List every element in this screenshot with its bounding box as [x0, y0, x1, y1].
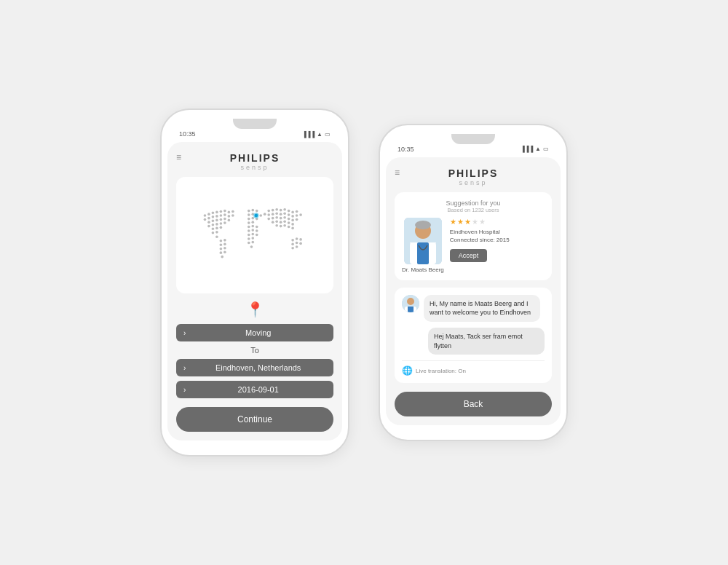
- svg-point-114: [255, 213, 258, 217]
- brand-sub-right: sensp: [459, 179, 487, 186]
- svg-point-77: [267, 213, 270, 216]
- screen-left: ≡ PHILIPS sensp: [167, 142, 342, 440]
- svg-point-33: [220, 239, 223, 242]
- svg-point-36: [223, 242, 226, 245]
- time-left: 10:35: [179, 130, 196, 138]
- svg-point-90: [283, 216, 286, 218]
- svg-point-75: [291, 210, 294, 213]
- svg-point-32: [215, 235, 218, 238]
- svg-point-95: [275, 220, 278, 223]
- svg-point-107: [299, 238, 302, 241]
- svg-point-108: [291, 242, 294, 245]
- star-1: ★: [450, 218, 456, 226]
- svg-point-30: [212, 232, 215, 234]
- chat-messages: Hi, My name is Maats Beerg and I want to…: [402, 295, 545, 355]
- wifi-icon: ▲: [317, 131, 323, 138]
- star-3: ★: [464, 218, 471, 226]
- svg-point-39: [220, 251, 223, 254]
- svg-point-110: [299, 242, 302, 245]
- svg-point-80: [280, 213, 282, 216]
- moving-label: Moving: [190, 328, 326, 337]
- svg-point-34: [223, 239, 226, 242]
- svg-point-72: [280, 208, 282, 211]
- svg-point-100: [275, 224, 278, 226]
- svg-point-70: [272, 208, 274, 211]
- suggestion-title: Suggestion for you Based on 1232 users: [402, 199, 545, 213]
- notch-left: [233, 119, 277, 129]
- translation-label: Live translation: On: [416, 368, 466, 374]
- svg-point-19: [220, 218, 223, 221]
- translation-bar: 🌐 Live translation: On: [402, 360, 545, 376]
- svg-point-88: [275, 216, 278, 218]
- battery-icon: ▭: [325, 131, 331, 138]
- notch-right: [451, 134, 495, 144]
- app-header-left: ≡ PHILIPS sensp: [176, 149, 333, 177]
- svg-point-37: [220, 247, 223, 250]
- svg-point-65: [251, 237, 254, 240]
- hamburger-icon-left[interactable]: ≡: [176, 152, 181, 162]
- phone-left: 10:35 ▐▐▐ ▲ ▭ ≡ PHILIPS sensp: [160, 108, 349, 457]
- svg-point-38: [223, 247, 226, 250]
- svg-point-109: [296, 241, 298, 244]
- svg-point-117: [415, 221, 431, 229]
- chevron-moving: ›: [183, 329, 186, 337]
- svg-point-5: [223, 209, 226, 212]
- svg-point-22: [207, 224, 210, 227]
- back-button[interactable]: Back: [395, 392, 552, 416]
- svg-point-81: [283, 212, 286, 215]
- svg-point-102: [283, 224, 286, 226]
- hamburger-icon-right[interactable]: ≡: [395, 167, 400, 178]
- suggestion-subtitle: Based on 1232 users: [402, 207, 545, 213]
- continue-button[interactable]: Continue: [176, 407, 333, 432]
- wifi-icon-r: ▲: [535, 146, 541, 152]
- svg-point-20: [223, 217, 226, 220]
- time-right: 10:35: [397, 146, 414, 153]
- svg-point-56: [251, 224, 254, 227]
- svg-point-16: [207, 221, 210, 224]
- svg-point-112: [296, 245, 298, 248]
- chat-msg-1-row: Hi, My name is Maats Beerg and I want to…: [402, 295, 545, 322]
- svg-point-76: [296, 210, 298, 213]
- svg-point-40: [223, 250, 226, 253]
- svg-point-59: [251, 229, 254, 232]
- signal-icon-r: ▐▐▐: [521, 146, 533, 152]
- svg-point-78: [272, 213, 274, 216]
- moving-row[interactable]: › Moving: [176, 324, 333, 341]
- svg-point-9: [207, 216, 210, 219]
- svg-point-71: [275, 208, 278, 211]
- svg-point-6: [228, 210, 231, 213]
- svg-point-10: [212, 216, 215, 218]
- svg-point-66: [248, 241, 250, 244]
- accept-button[interactable]: Accept: [450, 249, 488, 262]
- chat-avatar-doctor: [402, 295, 419, 312]
- svg-point-92: [291, 218, 294, 221]
- svg-point-12: [220, 214, 223, 217]
- svg-point-4: [220, 210, 223, 213]
- translate-icon: 🌐: [402, 366, 413, 376]
- svg-point-15: [232, 214, 234, 217]
- phone-right: 10:35 ▐▐▐ ▲ ▭ ≡ PHILIPS sensp Suggestion…: [379, 124, 568, 441]
- date-row[interactable]: › 2016-09-01: [176, 381, 333, 398]
- svg-point-13: [223, 213, 226, 216]
- star-4: ★: [472, 218, 478, 226]
- status-icons-right: ▐▐▐ ▲ ▭: [521, 146, 549, 152]
- destination-row[interactable]: › Eindhoven, Netherlands: [176, 359, 333, 376]
- svg-point-0: [204, 214, 207, 217]
- svg-point-21: [228, 218, 231, 221]
- svg-point-43: [251, 208, 254, 211]
- svg-point-28: [215, 226, 218, 229]
- date-label: 2016-09-01: [190, 385, 326, 394]
- svg-point-27: [212, 227, 215, 230]
- doctor-avatar: [404, 218, 442, 264]
- scene: 10:35 ▐▐▐ ▲ ▭ ≡ PHILIPS sensp: [146, 94, 582, 471]
- chat-area: Hi, My name is Maats Beerg and I want to…: [395, 288, 552, 383]
- svg-point-123: [407, 298, 414, 305]
- brand-name-left: PHILIPS: [230, 152, 280, 164]
- svg-point-31: [215, 231, 218, 234]
- svg-point-85: [299, 213, 302, 216]
- svg-point-35: [220, 243, 223, 246]
- svg-point-68: [250, 245, 253, 248]
- battery-icon-r: ▭: [543, 146, 549, 152]
- svg-point-18: [215, 218, 218, 221]
- status-bar-left: 10:35 ▐▐▐ ▲ ▭: [167, 130, 342, 142]
